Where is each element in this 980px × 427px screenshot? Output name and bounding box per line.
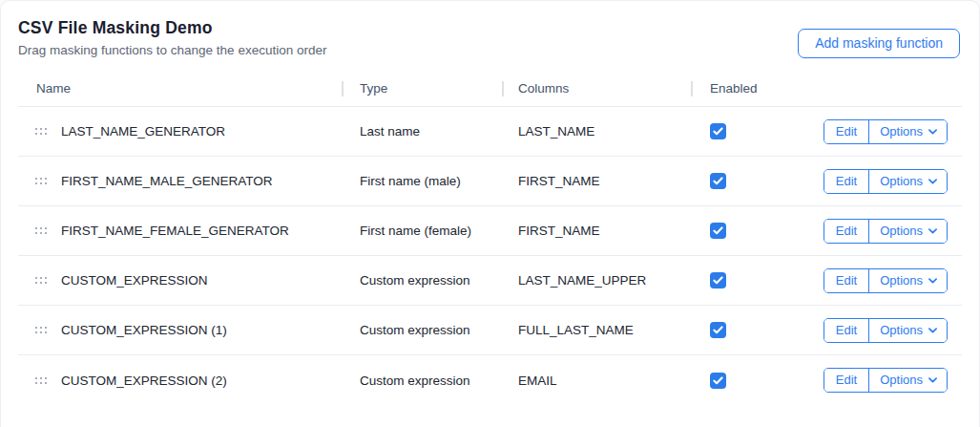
table-header-row: Name Type Columns Enabled [18, 71, 962, 107]
chevron-down-icon [928, 278, 937, 284]
function-columns: EMAIL [502, 374, 691, 388]
function-name: CUSTOM_EXPRESSION [61, 273, 208, 288]
column-header-type: Type [342, 71, 502, 106]
name-cell: FIRST_NAME_FEMALE_GENERATOR [18, 224, 342, 238]
chevron-down-icon [928, 179, 937, 184]
checkmark-icon [713, 127, 723, 136]
enabled-checkbox[interactable] [710, 272, 726, 288]
chevron-down-icon [928, 328, 937, 333]
chevron-down-icon [928, 377, 937, 383]
function-columns: LAST_NAME_UPPER [502, 273, 691, 288]
masking-functions-table: Name Type Columns Enabled LAST_NAME_GENE… [18, 71, 962, 405]
name-cell: CUSTOM_EXPRESSION (1) [18, 323, 342, 337]
drag-handle-icon[interactable] [35, 124, 47, 139]
function-type: Custom expression [342, 323, 502, 337]
checkmark-icon [713, 326, 723, 334]
table-row: CUSTOM_EXPRESSION Custom expression LAST… [18, 256, 962, 306]
checkmark-icon [713, 177, 723, 185]
column-header-actions [817, 71, 962, 106]
checkmark-icon [713, 226, 723, 235]
options-button-label: Options [880, 224, 923, 238]
table-row: CUSTOM_EXPRESSION (1) Custom expression … [18, 306, 962, 355]
column-header-enabled: Enabled [691, 71, 817, 106]
function-name: CUSTOM_EXPRESSION (2) [61, 374, 227, 388]
function-name: LAST_NAME_GENERATOR [61, 124, 225, 139]
row-actions-group: Edit Options [824, 169, 948, 194]
drag-handle-icon[interactable] [35, 273, 47, 288]
edit-button[interactable]: Edit [824, 220, 868, 243]
panel-header: CSV File Masking Demo Drag masking funct… [18, 1, 962, 58]
options-button[interactable]: Options [868, 120, 947, 143]
function-name: CUSTOM_EXPRESSION (1) [61, 323, 227, 337]
name-cell: CUSTOM_EXPRESSION [18, 273, 342, 288]
row-actions-group: Edit Options [824, 268, 948, 293]
function-columns: FIRST_NAME [502, 224, 691, 238]
options-button-label: Options [880, 273, 923, 288]
function-type: First name (female) [342, 224, 502, 238]
edit-button[interactable]: Edit [824, 269, 868, 292]
function-columns: FULL_LAST_NAME [502, 323, 691, 337]
enabled-cell [691, 272, 817, 288]
enabled-checkbox[interactable] [710, 123, 726, 139]
enabled-cell [691, 223, 817, 239]
name-cell: LAST_NAME_GENERATOR [18, 124, 342, 139]
checkmark-icon [713, 376, 723, 385]
options-button-label: Options [880, 124, 923, 139]
table-body: LAST_NAME_GENERATOR Last name LAST_NAME … [18, 107, 962, 405]
add-masking-function-button[interactable]: Add masking function [798, 29, 960, 58]
name-cell: FIRST_NAME_MALE_GENERATOR [18, 174, 342, 188]
row-actions-group: Edit Options [824, 119, 948, 144]
edit-button[interactable]: Edit [824, 170, 868, 193]
drag-handle-icon[interactable] [35, 374, 47, 388]
column-header-name: Name [18, 71, 342, 106]
row-actions-group: Edit Options [824, 368, 948, 393]
actions-cell: Edit Options [817, 318, 962, 343]
title-block: CSV File Masking Demo Drag masking funct… [18, 18, 326, 57]
drag-handle-icon[interactable] [35, 323, 47, 337]
chevron-down-icon [928, 228, 937, 234]
actions-cell: Edit Options [817, 219, 962, 244]
options-button-label: Options [880, 174, 923, 188]
enabled-checkbox[interactable] [710, 373, 726, 389]
function-name: FIRST_NAME_FEMALE_GENERATOR [61, 224, 289, 238]
options-button[interactable]: Options [868, 369, 947, 392]
enabled-checkbox[interactable] [710, 173, 726, 189]
edit-button[interactable]: Edit [824, 120, 868, 143]
edit-button[interactable]: Edit [824, 319, 868, 342]
actions-cell: Edit Options [817, 268, 962, 293]
actions-cell: Edit Options [817, 169, 962, 194]
row-actions-group: Edit Options [824, 219, 948, 244]
options-button[interactable]: Options [868, 319, 947, 342]
page-subtitle: Drag masking functions to change the exe… [18, 43, 326, 57]
options-button-label: Options [880, 373, 923, 387]
table-row: FIRST_NAME_FEMALE_GENERATOR First name (… [18, 206, 962, 256]
enabled-checkbox[interactable] [710, 223, 726, 239]
drag-handle-icon[interactable] [35, 174, 47, 188]
edit-button[interactable]: Edit [824, 369, 868, 392]
row-actions-group: Edit Options [824, 318, 948, 343]
function-type: Custom expression [342, 374, 502, 388]
enabled-cell [691, 173, 817, 189]
options-button[interactable]: Options [868, 220, 947, 243]
checkmark-icon [713, 276, 723, 285]
enabled-cell [691, 322, 817, 338]
enabled-cell [691, 373, 817, 389]
function-columns: LAST_NAME [502, 124, 691, 139]
table-row: FIRST_NAME_MALE_GENERATOR First name (ma… [18, 157, 962, 206]
enabled-cell [691, 123, 817, 139]
column-header-columns: Columns [502, 71, 691, 106]
actions-cell: Edit Options [817, 368, 962, 393]
options-button-label: Options [880, 323, 923, 337]
function-name: FIRST_NAME_MALE_GENERATOR [61, 174, 273, 188]
table-row: LAST_NAME_GENERATOR Last name LAST_NAME … [18, 107, 962, 157]
chevron-down-icon [928, 129, 937, 135]
function-type: First name (male) [342, 174, 502, 188]
enabled-checkbox[interactable] [710, 322, 726, 338]
page-title: CSV File Masking Demo [18, 18, 326, 38]
function-type: Custom expression [342, 273, 502, 288]
csv-masking-panel: CSV File Masking Demo Drag masking funct… [0, 0, 980, 427]
drag-handle-icon[interactable] [35, 224, 47, 238]
options-button[interactable]: Options [868, 269, 947, 292]
options-button[interactable]: Options [868, 170, 947, 193]
function-columns: FIRST_NAME [502, 174, 691, 188]
